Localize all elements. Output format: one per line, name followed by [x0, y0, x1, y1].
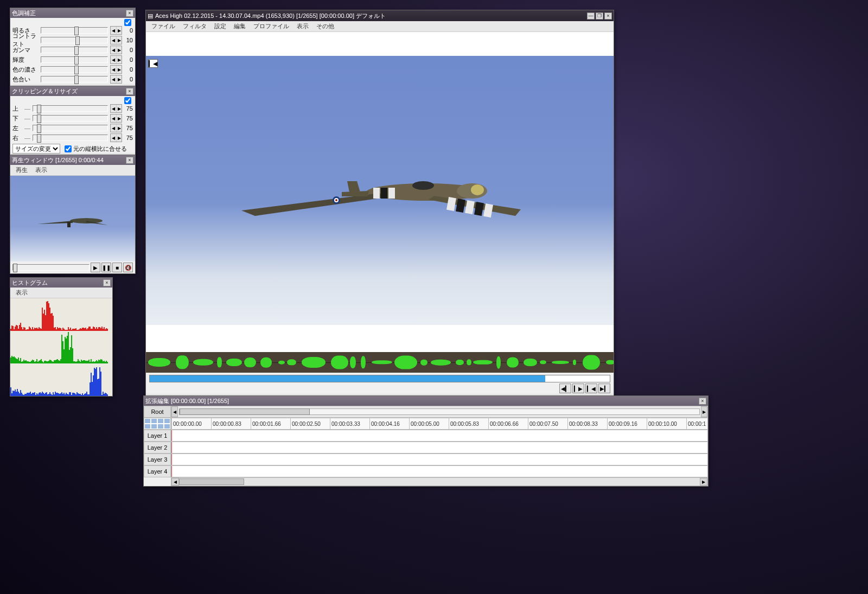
slider-value: 0	[124, 66, 133, 73]
slider-track[interactable]	[41, 66, 108, 73]
layer-label[interactable]: Layer 2	[144, 442, 171, 454]
timeline-track[interactable]	[171, 430, 708, 442]
spin-buttons[interactable]: ◀▶	[110, 55, 122, 64]
menu-item[interactable]: 編集	[231, 21, 249, 31]
ruler-tick: 00:00:09.16	[607, 418, 637, 429]
ruler-tick: 00:00:05.00	[409, 418, 439, 429]
clipping-resize-titlebar[interactable]: クリッピング＆リサイズ ×	[10, 86, 135, 96]
menu-play[interactable]: 再生	[12, 165, 31, 175]
layer-label[interactable]: Layer 3	[144, 454, 171, 465]
spin-buttons[interactable]: ◀▶	[110, 104, 122, 113]
resize-mode-select[interactable]: サイズの変更	[12, 144, 60, 154]
ruler-tick: 00:00:01.66	[251, 418, 281, 429]
svg-marker-19	[347, 181, 360, 192]
slider-value: 0	[124, 56, 133, 63]
ruler-tick: 00:00:10.00	[647, 418, 677, 429]
menu-item[interactable]: 表示	[293, 21, 312, 31]
spin-buttons[interactable]: ◀▶	[110, 114, 122, 123]
slider-track[interactable]	[33, 105, 108, 112]
next-frame-button[interactable]: ▎▶	[572, 384, 584, 393]
close-icon[interactable]: ×	[126, 10, 133, 17]
menu-item[interactable]: フィルタ	[180, 21, 210, 31]
playback-titlebar[interactable]: 再生ウィンドウ [1/2655] 0:00/0:44 ×	[10, 155, 135, 165]
aspect-ratio-checkbox[interactable]: 元の縦横比に合せる	[65, 145, 127, 153]
svg-rect-17	[388, 188, 395, 199]
color-correction-enable-checkbox[interactable]	[124, 19, 133, 26]
slider-track[interactable]	[33, 115, 108, 122]
frame-progress-bar[interactable]	[149, 375, 610, 382]
menu-item[interactable]: その他	[313, 21, 337, 31]
clipping-enable-checkbox[interactable]	[124, 97, 133, 104]
slider-row: ガンマ◀▶0	[12, 45, 133, 55]
playback-preview	[10, 176, 135, 261]
close-icon[interactable]: ×	[126, 88, 133, 95]
timeline-h-scrollbar[interactable]: ◀ ▶	[171, 477, 708, 486]
slider-row: 下—◀▶75	[12, 113, 133, 123]
timeline-zoom-bar[interactable]: ◀ ▶	[171, 406, 708, 418]
close-icon[interactable]: ×	[103, 279, 111, 286]
ruler-tick: 00:00:00.83	[211, 418, 241, 429]
timeline-root-cell[interactable]: Root	[144, 406, 171, 418]
main-titlebar[interactable]: ▤ Aces High 02.12.2015 - 14.30.07.04.mp4…	[146, 10, 614, 21]
mute-button[interactable]: 🔇	[123, 263, 133, 272]
pause-button[interactable]: ❚❚	[101, 263, 111, 272]
color-correction-titlebar[interactable]: 色調補正 ×	[10, 8, 135, 18]
spin-buttons[interactable]: ◀▶	[110, 133, 122, 142]
menu-item[interactable]: 設定	[211, 21, 229, 31]
menu-display[interactable]: 表示	[32, 165, 50, 175]
close-button[interactable]: ×	[604, 12, 612, 20]
slider-track[interactable]	[33, 125, 108, 131]
timeline-layers-overview[interactable]	[144, 418, 171, 430]
histogram-menubar: 表示	[10, 288, 112, 298]
goto-start-button[interactable]: ▎◀	[585, 384, 597, 393]
menu-item[interactable]: ファイル	[148, 21, 178, 31]
start-frame-button[interactable]: ▎◀	[148, 59, 158, 68]
ruler-tick: 00:00:1	[686, 418, 706, 429]
spin-buttons[interactable]: ◀▶	[110, 65, 122, 74]
layer-label[interactable]: Layer 4	[144, 465, 171, 477]
ruler-tick: 00:00:08.33	[567, 418, 598, 429]
timeline-track[interactable]	[171, 442, 708, 454]
close-icon[interactable]: ×	[699, 398, 706, 405]
histogram-red	[10, 298, 112, 331]
scroll-left-arrow[interactable]: ◀	[171, 478, 179, 486]
menu-display[interactable]: 表示	[12, 288, 31, 298]
slider-track[interactable]	[33, 135, 108, 141]
spin-buttons[interactable]: ◀▶	[110, 75, 122, 84]
spin-buttons[interactable]: ◀▶	[110, 26, 122, 35]
histogram-titlebar[interactable]: ヒストグラム ×	[10, 278, 112, 288]
stop-button[interactable]: ■	[112, 263, 122, 272]
playback-slider[interactable]	[12, 264, 90, 271]
prev-frame-button[interactable]: ◀▎	[559, 384, 571, 393]
timeline-track[interactable]	[171, 465, 708, 477]
clipping-resize-title: クリッピング＆リサイズ	[12, 87, 125, 95]
ruler-tick: 00:00:06.66	[488, 418, 519, 429]
goto-end-button[interactable]: ▶▎	[598, 384, 610, 393]
slider-track[interactable]	[41, 27, 108, 34]
spin-buttons[interactable]: ◀▶	[110, 36, 122, 44]
spin-buttons[interactable]: ◀▶	[110, 46, 122, 54]
timeline-titlebar[interactable]: 拡張編集 [00:00:00.00] [1/2655] ×	[144, 396, 708, 406]
ruler-tick: 00:00:03.33	[330, 418, 360, 429]
slider-track[interactable]	[41, 47, 108, 53]
minimize-button[interactable]: —	[587, 12, 595, 20]
svg-marker-8	[241, 193, 385, 216]
maximize-button[interactable]: ❐	[596, 12, 603, 20]
layer-label[interactable]: Layer 1	[144, 430, 171, 442]
timeline-track[interactable]	[171, 454, 708, 465]
slider-track[interactable]	[41, 56, 108, 63]
close-icon[interactable]: ×	[126, 157, 133, 164]
scroll-right-arrow[interactable]: ▶	[700, 478, 707, 486]
color-correction-panel: 色調補正 × 明るさ◀▶0コントラスト◀▶10ガンマ◀▶0輝度◀▶0色の濃さ◀▶…	[10, 8, 136, 86]
spin-buttons[interactable]: ◀▶	[110, 124, 122, 132]
timeline-ruler[interactable]: 00:00:00.0000:00:00.8300:00:01.6600:00:0…	[171, 418, 708, 430]
slider-value: 10	[124, 37, 133, 43]
scroll-thumb[interactable]	[179, 478, 244, 485]
slider-track[interactable]	[41, 37, 108, 43]
zoom-right-arrow[interactable]: ▶	[701, 406, 707, 417]
slider-track[interactable]	[41, 76, 108, 82]
zoom-left-arrow[interactable]: ◀	[171, 406, 178, 417]
slider-row: 色合い◀▶0	[12, 74, 133, 84]
play-button[interactable]: ▶	[91, 263, 100, 272]
menu-item[interactable]: プロファイル	[250, 21, 292, 31]
